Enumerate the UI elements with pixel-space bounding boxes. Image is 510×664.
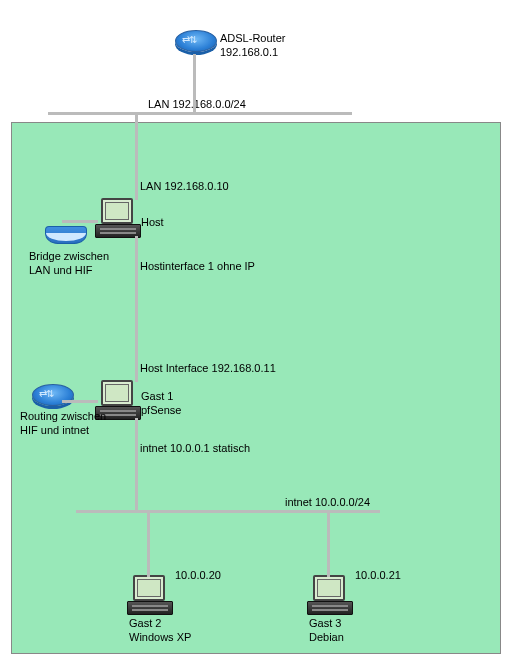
pfsense-name-line1: Gast 1 [141, 390, 173, 402]
guest3-pc-icon [307, 575, 351, 615]
guest3-name-line2: Debian [309, 631, 344, 643]
link-intnet-to-guest2 [147, 513, 150, 577]
adsl-router-ip: 192.168.0.1 [220, 46, 278, 58]
host-interface1-label: Hostinterface 1 ohne IP [140, 260, 255, 272]
adsl-router-label: ADSL-Router [220, 32, 285, 44]
guest2-ip-label: 10.0.0.20 [175, 569, 221, 581]
link-host-to-pfsense [135, 236, 138, 382]
bridge-label-line1: Bridge zwischen [29, 250, 109, 262]
virtual-environment-box [11, 122, 501, 654]
routing-router-icon: ⇄⇅ [32, 384, 72, 408]
guest2-name-line2: Windows XP [129, 631, 191, 643]
bridge-label-line2: LAN und HIF [29, 264, 93, 276]
guest2-name-line1: Gast 2 [129, 617, 161, 629]
adsl-router-icon: ⇄⇅ [175, 30, 215, 54]
intnet-bus-line [76, 510, 380, 513]
lan-bus-line [48, 112, 352, 115]
guest2-pc-icon [127, 575, 171, 615]
link-intnet-to-guest3 [327, 513, 330, 577]
diagram-canvas: www.nwlab.net ⇄⇅ ADSL-Router 192.168.0.1… [0, 0, 510, 664]
routing-label-line2: HIF und intnet [20, 424, 89, 436]
link-lan-to-host [135, 115, 138, 200]
pfsense-host-interface-label: Host Interface 192.168.0.11 [140, 362, 276, 374]
pfsense-intnet-label: intnet 10.0.0.1 statisch [140, 442, 250, 454]
link-router-to-lan [193, 54, 196, 112]
host-name-label: Host [141, 216, 164, 228]
link-pfsense-to-intnet [135, 418, 138, 510]
bridge-icon [45, 226, 85, 248]
pfsense-name-line2: pfSense [141, 404, 181, 416]
host-pc-icon [95, 198, 139, 238]
intnet-segment-label: intnet 10.0.0.0/24 [285, 496, 370, 508]
guest3-name-line1: Gast 3 [309, 617, 341, 629]
link-bridge-to-host [62, 220, 98, 223]
host-lan-ip-label: LAN 192.168.0.10 [140, 180, 229, 192]
routing-label-line1: Routing zwischen [20, 410, 106, 422]
guest3-ip-label: 10.0.0.21 [355, 569, 401, 581]
link-routing-to-pfsense [62, 400, 98, 403]
lan-segment-label: LAN 192.168.0.0/24 [148, 98, 246, 110]
